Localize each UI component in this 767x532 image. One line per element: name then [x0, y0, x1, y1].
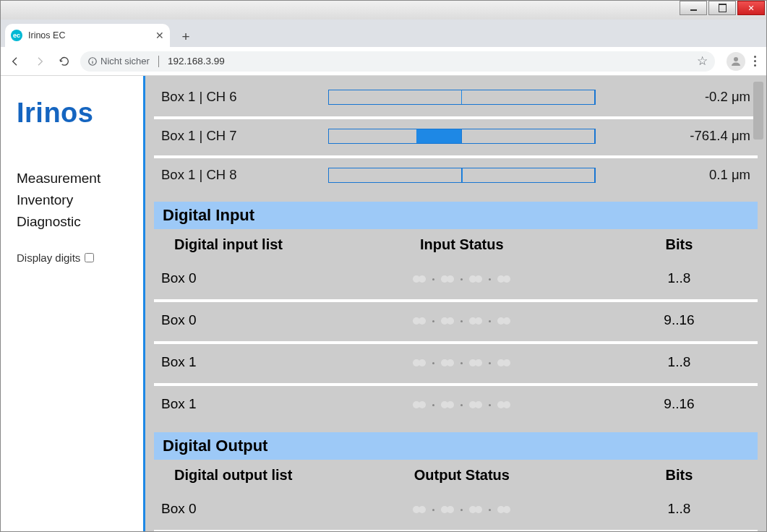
- bits-label: 9..16: [601, 299, 758, 338]
- measurement-row: Box 1 | CH 6-0.2 μm: [154, 80, 758, 113]
- svg-point-3: [734, 57, 738, 61]
- table-header: Digital input list Input Status Bits: [154, 232, 758, 257]
- bits-label: 1..8: [601, 260, 758, 296]
- browser-tab-strip: ec Irinos EC ✕ +: [1, 21, 766, 47]
- reload-button[interactable]: [56, 53, 73, 70]
- bits-label: 1..8: [601, 491, 758, 527]
- browser-tab-active[interactable]: ec Irinos EC ✕: [5, 24, 170, 47]
- tab-title: Irinos EC: [28, 30, 150, 40]
- col-header: Bits: [601, 463, 758, 488]
- box-label: Box 0: [154, 491, 323, 527]
- digital-input-table: Digital input list Input Status Bits Box…: [154, 229, 758, 425]
- status-dots: [413, 275, 510, 283]
- channel-label: Box 1 | CH 6: [154, 80, 321, 113]
- digital-input-header: Digital Input: [154, 202, 758, 229]
- status-dots: [413, 506, 510, 513]
- scroll-thumb[interactable]: [753, 82, 763, 140]
- table-row: Box 09..16: [154, 299, 758, 338]
- col-header: Input Status: [323, 232, 601, 257]
- main-content: Box 1 | CH 6-0.2 μmBox 1 | CH 7-761.4 μm…: [145, 76, 766, 531]
- window-titlebar: ✕: [1, 1, 766, 20]
- bits-label: 1..8: [601, 341, 758, 380]
- table-header: Digital output list Output Status Bits: [154, 463, 758, 488]
- favicon-icon: ec: [11, 30, 22, 41]
- digital-output-header: Digital Output: [154, 432, 758, 460]
- status-cell: [323, 491, 601, 527]
- status-dots: [413, 359, 510, 366]
- brand-logo: Irinos: [17, 98, 140, 129]
- col-header: Digital input list: [154, 232, 323, 257]
- box-label: Box 1: [154, 383, 323, 422]
- channel-label: Box 1 | CH 7: [154, 116, 321, 153]
- window-close-button[interactable]: ✕: [737, 1, 765, 15]
- table-row: Box 11..8: [154, 341, 758, 380]
- measurement-row: Box 1 | CH 7-761.4 μm: [154, 116, 758, 153]
- display-digits-toggle[interactable]: Display digits: [17, 252, 140, 264]
- col-header: Bits: [601, 232, 758, 257]
- status-cell: [323, 530, 601, 531]
- window-minimize-button[interactable]: [680, 1, 707, 15]
- sidebar-item-measurement[interactable]: Measurement: [17, 171, 140, 186]
- vertical-scrollbar[interactable]: [752, 76, 765, 531]
- bar-gauge: [328, 90, 596, 105]
- measurement-value: 0.1 μm: [603, 155, 758, 192]
- display-digits-label: Display digits: [17, 252, 80, 264]
- display-digits-checkbox[interactable]: [85, 253, 94, 262]
- measurement-table: Box 1 | CH 6-0.2 μmBox 1 | CH 7-761.4 μm…: [154, 77, 758, 194]
- info-circle-icon: [87, 56, 98, 66]
- url-text: 192.168.3.99: [168, 56, 225, 66]
- window-maximize-button[interactable]: [708, 1, 736, 15]
- bookmark-star-icon[interactable]: ☆: [697, 53, 708, 69]
- status-cell: [323, 383, 601, 422]
- channel-label: Box 1 | CH 8: [154, 155, 321, 192]
- profile-avatar-icon[interactable]: [727, 52, 745, 71]
- col-header: Output Status: [323, 463, 601, 488]
- measurement-row: Box 1 | CH 80.1 μm: [154, 155, 758, 192]
- table-row: Box 09..16: [154, 530, 758, 531]
- col-header: Digital output list: [154, 463, 323, 488]
- status-cell: [323, 341, 601, 380]
- box-label: Box 1: [154, 341, 323, 380]
- back-button[interactable]: [7, 53, 24, 70]
- status-dots: [413, 401, 510, 408]
- digital-output-table: Digital output list Output Status Bits B…: [154, 460, 758, 531]
- table-row: Box 01..8: [154, 260, 758, 296]
- box-label: Box 0: [154, 260, 323, 296]
- bar-gauge: [328, 168, 596, 183]
- sidebar: Irinos Measurement Inventory Diagnostic …: [1, 76, 140, 531]
- table-row: Box 19..16: [154, 383, 758, 422]
- insecure-indicator: Nicht sicher: [87, 56, 150, 66]
- bits-label: 9..16: [601, 383, 758, 422]
- status-cell: [323, 260, 601, 296]
- bits-label: 9..16: [601, 530, 758, 531]
- new-tab-button[interactable]: +: [176, 27, 196, 47]
- bar-gauge: [328, 129, 596, 144]
- close-tab-button[interactable]: ✕: [155, 30, 164, 41]
- box-label: Box 0: [154, 299, 323, 338]
- sidebar-item-diagnostic[interactable]: Diagnostic: [17, 214, 140, 230]
- status-cell: [323, 299, 601, 338]
- forward-button[interactable]: [31, 53, 48, 70]
- measurement-value: -0.2 μm: [603, 80, 758, 113]
- status-dots: [413, 317, 510, 325]
- address-bar[interactable]: Nicht sicher 192.168.3.99 ☆: [80, 51, 715, 72]
- sidebar-item-inventory[interactable]: Inventory: [17, 192, 140, 208]
- box-label: Box 0: [154, 530, 323, 531]
- measurement-value: -761.4 μm: [603, 116, 758, 153]
- table-row: Box 01..8: [154, 491, 758, 527]
- browser-menu-button[interactable]: [754, 56, 756, 66]
